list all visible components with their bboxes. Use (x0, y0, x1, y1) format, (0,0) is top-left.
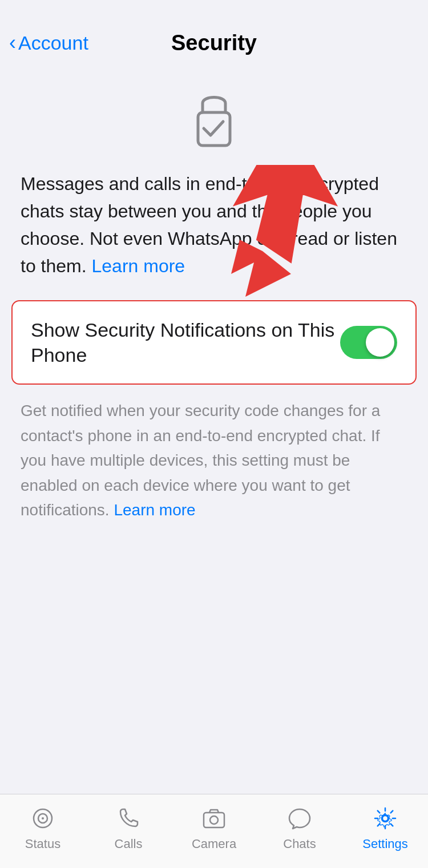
tab-settings-label: Settings (362, 837, 408, 851)
tab-chats[interactable]: Chats (257, 804, 342, 851)
camera-icon (199, 804, 229, 833)
svg-line-16 (391, 811, 393, 813)
status-icon (28, 804, 58, 833)
svg-point-5 (42, 817, 44, 819)
security-notifications-toggle[interactable] (340, 326, 397, 359)
tab-settings[interactable]: Settings (342, 804, 428, 851)
learn-more-link-1[interactable]: Learn more (92, 256, 185, 276)
toggle-label: Show Security Notifications on This Phon… (31, 317, 339, 368)
header: ‹ Account Security (0, 0, 428, 64)
lock-icon-area (0, 64, 428, 170)
tab-calls[interactable]: Calls (86, 804, 171, 851)
sub-description-text: Get notified when your security code cha… (0, 385, 428, 522)
sub-description-main: Get notified when your security code cha… (21, 402, 380, 519)
svg-line-15 (391, 824, 393, 826)
settings-icon (370, 804, 400, 833)
svg-point-9 (382, 815, 388, 821)
toggle-knob (366, 328, 394, 357)
tab-camera-label: Camera (192, 837, 236, 851)
svg-rect-6 (204, 813, 224, 827)
tab-status-label: Status (25, 837, 60, 851)
chevron-left-icon: ‹ (9, 33, 16, 53)
calls-icon (114, 804, 143, 833)
tab-status[interactable]: Status (0, 804, 86, 851)
tab-bar: Status Calls Camera Chats (0, 794, 428, 868)
tab-camera[interactable]: Camera (171, 804, 257, 851)
svg-line-17 (378, 824, 380, 826)
description-main: Messages and calls in end-to-end encrypt… (21, 173, 397, 276)
tab-chats-label: Chats (283, 837, 316, 851)
security-notifications-toggle-row: Show Security Notifications on This Phon… (11, 300, 417, 385)
page-title: Security (171, 31, 257, 55)
svg-line-14 (378, 811, 380, 813)
svg-point-7 (210, 816, 218, 824)
description-text: Messages and calls in end-to-end encrypt… (0, 170, 428, 300)
back-button[interactable]: ‹ Account (9, 32, 88, 54)
tab-calls-label: Calls (115, 837, 143, 851)
learn-more-link-2[interactable]: Learn more (114, 501, 195, 519)
lock-icon (185, 87, 243, 153)
back-label: Account (18, 32, 88, 54)
chats-icon (285, 804, 314, 833)
